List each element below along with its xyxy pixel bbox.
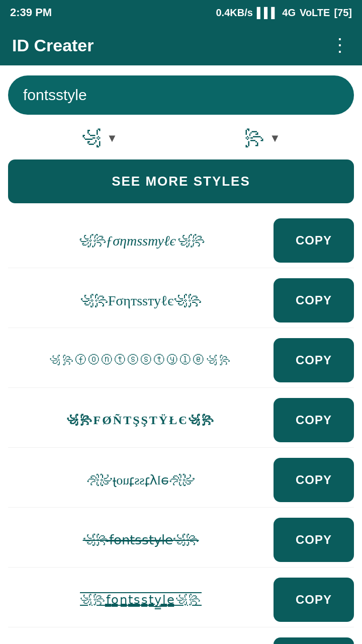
font-row-2: ꧁꧂Fσηтѕѕтуℓє꧁꧂COPY (8, 273, 354, 328)
font-row-3: ꧁꧂ⓕⓞⓝⓣⓢⓢⓣⓨⓛⓔ꧁꧂COPY (8, 333, 354, 388)
font-display-text-2: ꧁꧂Fσηтѕѕтуℓє꧁꧂ (12, 292, 269, 309)
font-display-text-1: ꧁꧂ƒσηтѕѕтуℓє꧁꧂ (12, 232, 269, 249)
main-content: ꧁ ▼ ꧂ ▼ SEE MORE STYLES ꧁꧂ƒσηтѕѕтуℓє꧁꧂CO… (0, 65, 362, 644)
network-type: 4G (282, 7, 296, 19)
font-display-container-3: ꧁꧂ⓕⓞⓝⓣⓢⓢⓣⓨⓛⓔ꧁꧂ (8, 354, 274, 367)
font-display-container-2: ꧁꧂Fσηтѕѕтуℓє꧁꧂ (8, 292, 274, 309)
font-row-5: ꧁꧂ǝlʎʇssʇuoɟ꧁꧂COPY (8, 453, 354, 508)
copy-button-8[interactable]: COPY (274, 637, 354, 644)
copy-button-1[interactable]: COPY (274, 218, 354, 263)
font-row-6: ꧁꧂f̶o̶n̶t̶s̶s̶t̶y̶l̶e̶꧁꧂COPY (8, 513, 354, 568)
volte-icon: VoLTE (300, 7, 330, 19)
font-display-text-6: ꧁꧂f̶o̶n̶t̶s̶s̶t̶y̶l̶e̶꧁꧂ (12, 532, 269, 548)
left-decorator[interactable]: ꧁ ▼ (81, 127, 118, 149)
network-speed: 0.4KB/s (216, 7, 252, 19)
left-swirl-icon: ꧁ (81, 127, 102, 149)
left-dropdown-icon: ▼ (107, 132, 118, 145)
right-decorator[interactable]: ꧂ ▼ (244, 127, 281, 149)
signal-bars: ▌▌▌ (257, 7, 279, 19)
font-row-1: ꧁꧂ƒσηтѕѕтуℓє꧁꧂COPY (8, 213, 354, 268)
status-right: 0.4KB/s ▌▌▌ 4G VoLTE [75] (216, 7, 352, 19)
font-display-text-3: ꧁꧂ⓕⓞⓝⓣⓢⓢⓣⓨⓛⓔ꧁꧂ (12, 354, 269, 367)
copy-button-4[interactable]: COPY (274, 398, 354, 442)
font-display-container-6: ꧁꧂f̶o̶n̶t̶s̶s̶t̶y̶l̶e̶꧁꧂ (8, 532, 274, 548)
font-rows-container: ꧁꧂ƒσηтѕѕтуℓє꧁꧂COPY꧁꧂Fσηтѕѕтуℓє꧁꧂COPY꧁꧂ⓕⓞ… (8, 213, 354, 644)
battery-level: [75] (334, 7, 352, 19)
font-row-4: ꧁꧂FØÑTŞŞTŸŁЄ꧁꧂COPY (8, 393, 354, 448)
font-display-container-7: ꧁꧂f̳o̳n̳t̳s̳s̳t̳y̳l̳e̳꧁꧂ (8, 593, 274, 607)
font-display-text-7: ꧁꧂f̳o̳n̳t̳s̳s̳t̳y̳l̳e̳꧁꧂ (12, 593, 269, 607)
more-options-icon[interactable]: ⋮ (331, 35, 350, 56)
font-display-text-5: ꧁꧂ǝlʎʇssʇuoɟ꧁꧂ (12, 472, 269, 488)
font-row-7: ꧁꧂f̳o̳n̳t̳s̳s̳t̳y̳l̳e̳꧁꧂COPY (8, 573, 354, 627)
app-title: ID Creater (12, 36, 94, 55)
font-display-text-4: ꧁꧂FØÑTŞŞTŸŁЄ꧁꧂ (12, 413, 269, 427)
right-swirl-icon: ꧂ (244, 127, 264, 149)
right-dropdown-icon: ▼ (269, 132, 281, 145)
font-display-container-1: ꧁꧂ƒσηтѕѕтуℓє꧁꧂ (8, 232, 274, 249)
copy-button-6[interactable]: COPY (274, 518, 354, 562)
search-input[interactable] (8, 75, 354, 115)
decorators-row: ꧁ ▼ ꧂ ▼ (8, 127, 354, 149)
copy-button-5[interactable]: COPY (274, 458, 354, 502)
font-display-container-5: ꧁꧂ǝlʎʇssʇuoɟ꧁꧂ (8, 472, 274, 488)
copy-button-7[interactable]: COPY (274, 578, 354, 622)
see-more-button[interactable]: SEE MORE STYLES (8, 159, 354, 203)
status-bar: 2:39 PM 0.4KB/s ▌▌▌ 4G VoLTE [75] (0, 0, 362, 25)
font-row-8: ꧁꧂ƒσηтѕѕтуℓє꧁꧂COPY (8, 632, 354, 644)
app-bar: ID Creater ⋮ (0, 25, 362, 65)
copy-button-3[interactable]: COPY (274, 338, 354, 382)
copy-button-2[interactable]: COPY (274, 278, 354, 323)
font-display-container-4: ꧁꧂FØÑTŞŞTŸŁЄ꧁꧂ (8, 413, 274, 427)
status-time: 2:39 PM (10, 6, 52, 19)
